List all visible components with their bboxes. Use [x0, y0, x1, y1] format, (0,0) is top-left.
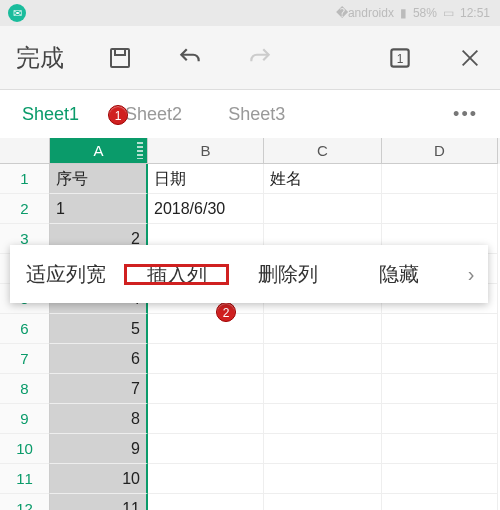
cell[interactable]: 8 [50, 404, 148, 434]
row-number[interactable]: 1 [0, 164, 50, 194]
cell[interactable] [382, 374, 498, 404]
row-number[interactable]: 9 [0, 404, 50, 434]
app-badge-icon: ✉ [8, 4, 26, 22]
done-button[interactable]: 完成 [16, 42, 64, 74]
menu-more-arrow-icon[interactable]: › [454, 263, 488, 286]
row-number[interactable]: 6 [0, 314, 50, 344]
battery-text: 58% [413, 6, 437, 20]
more-sheets-button[interactable]: ••• [453, 104, 478, 125]
cell[interactable]: 9 [50, 434, 148, 464]
window-tab-icon[interactable]: 1 [386, 44, 414, 72]
cell[interactable] [382, 314, 498, 344]
clock: 12:51 [460, 6, 490, 20]
undo-icon[interactable] [176, 44, 204, 72]
cell[interactable] [148, 404, 264, 434]
cell[interactable] [382, 194, 498, 224]
col-header-C[interactable]: C [264, 138, 382, 164]
cell[interactable] [264, 434, 382, 464]
sheet-tab-1[interactable]: Sheet1 [22, 104, 79, 125]
close-icon[interactable] [456, 44, 484, 72]
menu-delete-column[interactable]: 删除列 [232, 261, 343, 288]
svg-rect-0 [111, 49, 129, 67]
cell[interactable] [264, 314, 382, 344]
cell[interactable] [382, 404, 498, 434]
cell[interactable]: 10 [50, 464, 148, 494]
cell[interactable]: 6 [50, 344, 148, 374]
cell[interactable] [382, 344, 498, 374]
cell[interactable] [264, 494, 382, 510]
col-header-B[interactable]: B [148, 138, 264, 164]
table-row: 1序号日期姓名 [0, 164, 500, 194]
col-header-D[interactable]: D [382, 138, 498, 164]
menu-fit-width[interactable]: 适应列宽 [10, 261, 121, 288]
row-number[interactable]: 2 [0, 194, 50, 224]
cell[interactable]: 2018/6/30 [148, 194, 264, 224]
cell[interactable]: 1 [50, 194, 148, 224]
table-row: 76 [0, 344, 500, 374]
cell[interactable] [148, 314, 264, 344]
cell[interactable] [148, 434, 264, 464]
cell[interactable] [382, 164, 498, 194]
svg-rect-1 [115, 49, 125, 55]
sheet-tab-2[interactable]: Sheet2 [125, 104, 182, 125]
cell[interactable] [148, 344, 264, 374]
spreadsheet-grid[interactable]: A B C D 1序号日期姓名212018/6/3032435465768798… [0, 138, 500, 510]
table-row: 1211 [0, 494, 500, 510]
cell[interactable] [382, 464, 498, 494]
table-row: 87 [0, 374, 500, 404]
wifi-icon: �androidx [336, 6, 394, 20]
column-headers: A B C D [0, 138, 500, 164]
row-number[interactable]: 11 [0, 464, 50, 494]
cell[interactable] [264, 464, 382, 494]
annotation-badge-2: 2 [216, 302, 236, 322]
table-row: 109 [0, 434, 500, 464]
cell[interactable]: 序号 [50, 164, 148, 194]
cell[interactable]: 5 [50, 314, 148, 344]
select-all-corner[interactable] [0, 138, 50, 164]
row-number[interactable]: 10 [0, 434, 50, 464]
cell[interactable] [382, 494, 498, 510]
cell[interactable]: 日期 [148, 164, 264, 194]
table-row: 65 [0, 314, 500, 344]
sheet-tab-3[interactable]: Sheet3 [228, 104, 285, 125]
row-number[interactable]: 12 [0, 494, 50, 510]
cell[interactable]: 姓名 [264, 164, 382, 194]
cell[interactable] [264, 194, 382, 224]
row-number[interactable]: 8 [0, 374, 50, 404]
column-context-menu: 适应列宽 插入列 删除列 隐藏 › [10, 245, 488, 303]
redo-icon[interactable] [246, 44, 274, 72]
table-row: 212018/6/30 [0, 194, 500, 224]
menu-hide-column[interactable]: 隐藏 [343, 261, 454, 288]
cell[interactable] [264, 374, 382, 404]
table-row: 98 [0, 404, 500, 434]
toolbar: 完成 1 [0, 26, 500, 90]
cell[interactable] [148, 464, 264, 494]
status-bar: ✉ �androidx ▮ 58% ▭ 12:51 [0, 0, 500, 26]
cell[interactable]: 7 [50, 374, 148, 404]
battery-icon: ▭ [443, 6, 454, 20]
cell[interactable] [148, 374, 264, 404]
annotation-badge-1: 1 [108, 105, 128, 125]
signal-icon: ▮ [400, 6, 407, 20]
save-icon[interactable] [106, 44, 134, 72]
cell[interactable] [264, 344, 382, 374]
cell[interactable] [148, 494, 264, 510]
col-header-A[interactable]: A [50, 138, 148, 164]
cell[interactable] [264, 404, 382, 434]
menu-insert-column[interactable]: 插入列 [121, 261, 232, 288]
svg-text:1: 1 [397, 52, 404, 66]
cell[interactable] [382, 434, 498, 464]
sheet-tabs: Sheet1 Sheet2 Sheet3 ••• [0, 90, 500, 138]
cell[interactable]: 11 [50, 494, 148, 510]
row-number[interactable]: 7 [0, 344, 50, 374]
table-row: 1110 [0, 464, 500, 494]
